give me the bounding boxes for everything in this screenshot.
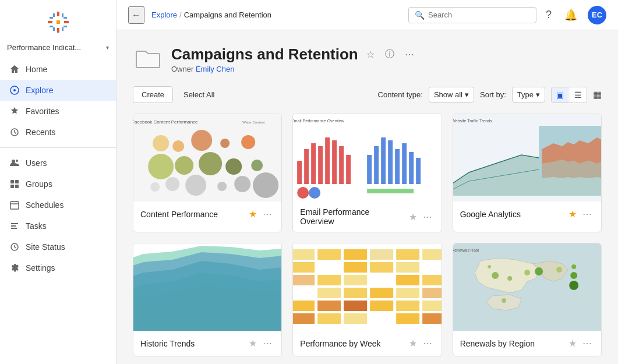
svg-rect-53 xyxy=(367,155,372,184)
info-button[interactable]: ⓘ xyxy=(383,46,397,63)
toolbar-right: Content type: Show all ▾ Sort by: Type ▾… xyxy=(378,87,602,103)
svg-rect-83 xyxy=(344,262,367,273)
folder-icon xyxy=(133,44,163,75)
sidebar-item-schedules[interactable]: Schedules xyxy=(0,195,116,215)
svg-point-117 xyxy=(502,298,506,303)
svg-rect-50 xyxy=(332,140,337,184)
avatar[interactable]: EC xyxy=(588,6,606,24)
card-email-performance[interactable]: Email Performance Overview xyxy=(292,114,442,232)
svg-point-113 xyxy=(492,272,499,279)
more-button-content-performance[interactable]: ⋯ xyxy=(260,207,274,221)
help-button[interactable]: ? xyxy=(543,6,554,23)
svg-rect-10 xyxy=(63,17,67,19)
svg-point-36 xyxy=(251,160,263,171)
more-button-email-performance[interactable]: ⋯ xyxy=(421,210,435,224)
grid-view-button[interactable]: ▣ xyxy=(552,87,568,103)
card-footer-renewals-region: Renewals by Region ★ ⋯ xyxy=(453,331,601,356)
svg-point-42 xyxy=(253,172,278,198)
svg-rect-89 xyxy=(344,275,367,285)
sidebar-item-settings[interactable]: Settings xyxy=(0,257,116,278)
sidebar-item-explore[interactable]: Explore xyxy=(0,80,116,101)
workspace-selector[interactable]: Performance Indicat... ▾ xyxy=(0,41,116,59)
svg-point-34 xyxy=(199,152,222,175)
svg-rect-0 xyxy=(57,12,59,16)
svg-rect-97 xyxy=(396,288,419,298)
svg-rect-100 xyxy=(317,301,341,311)
users-label: Users xyxy=(26,158,47,168)
collapse-sidebar-button[interactable]: ← xyxy=(128,6,144,24)
card-title-google-analytics: Google Analytics xyxy=(460,210,565,219)
svg-point-38 xyxy=(165,177,179,191)
svg-point-27 xyxy=(153,135,169,151)
page-title: Campaigns and Retention ☆ ⓘ ⋯ xyxy=(171,45,602,63)
sidebar-item-home[interactable]: Home xyxy=(0,59,116,80)
star-button-historic-trends[interactable]: ★ xyxy=(249,338,257,349)
card-renewals-region[interactable]: Renewals Rate xyxy=(453,243,602,356)
favorite-title-button[interactable]: ☆ xyxy=(364,47,377,62)
settings-icon xyxy=(9,263,20,273)
breadcrumb-explore-link[interactable]: Explore xyxy=(151,10,177,19)
more-button-performance-week[interactable]: ⋯ xyxy=(421,337,435,350)
card-thumbnail-performance-week xyxy=(293,243,441,331)
svg-rect-57 xyxy=(395,149,400,184)
sidebar-item-favorites[interactable]: Favorites xyxy=(0,101,116,122)
svg-rect-59 xyxy=(409,152,414,184)
breadcrumb: Explore / Campaigns and Retention xyxy=(151,10,401,19)
content-type-select[interactable]: Show all ▾ xyxy=(429,87,474,103)
star-button-content-performance[interactable]: ★ xyxy=(249,208,257,220)
svg-rect-104 xyxy=(422,301,441,311)
select-all-button[interactable]: Select All xyxy=(179,87,219,103)
svg-rect-7 xyxy=(63,26,67,27)
svg-point-122 xyxy=(569,281,578,290)
toolbar: Create Select All Content type: Show all… xyxy=(133,86,602,103)
svg-rect-111 xyxy=(453,243,601,331)
svg-rect-3 xyxy=(64,21,69,23)
svg-point-29 xyxy=(191,130,212,151)
sidebar-item-site-status[interactable]: Site Status xyxy=(0,236,116,257)
star-button-performance-week[interactable]: ★ xyxy=(409,338,417,349)
list-view-button[interactable]: ☰ xyxy=(570,87,587,103)
card-google-analytics[interactable]: Website Traffic Trends Google Analytics … xyxy=(453,114,602,232)
svg-point-32 xyxy=(148,154,174,179)
card-performance-week[interactable]: Performance by Week ★ ⋯ xyxy=(292,243,442,356)
site-status-icon xyxy=(9,242,20,252)
svg-rect-60 xyxy=(416,158,421,184)
svg-rect-77 xyxy=(344,249,367,260)
sidebar-item-groups[interactable]: Groups xyxy=(0,174,116,195)
more-actions-button[interactable]: ⋯ xyxy=(402,47,416,62)
svg-rect-102 xyxy=(370,301,393,311)
svg-marker-73 xyxy=(133,246,281,331)
logo xyxy=(0,0,116,41)
search-bar[interactable]: 🔍 xyxy=(408,7,536,23)
page-owner: Owner Emily Chen xyxy=(171,65,602,73)
sidebar-item-recents[interactable]: Recents xyxy=(0,122,116,143)
users-icon xyxy=(9,158,20,168)
more-button-renewals-region[interactable]: ⋯ xyxy=(580,337,594,350)
sidebar-item-users[interactable]: Users xyxy=(0,153,116,174)
create-button[interactable]: Create xyxy=(133,86,173,103)
search-icon: 🔍 xyxy=(415,10,425,20)
notifications-button[interactable]: 🔔 xyxy=(562,6,580,24)
owner-link[interactable]: Emily Chen xyxy=(196,65,234,73)
more-button-historic-trends[interactable]: ⋯ xyxy=(260,337,274,350)
svg-rect-103 xyxy=(396,301,419,311)
svg-rect-46 xyxy=(304,149,309,184)
content-type-chevron-icon: ▾ xyxy=(465,90,469,99)
sort-select[interactable]: Type ▾ xyxy=(512,87,545,103)
svg-rect-56 xyxy=(388,140,393,184)
sidebar-item-tasks[interactable]: Tasks xyxy=(0,215,116,236)
svg-rect-8 xyxy=(62,13,63,17)
sort-value: Type xyxy=(517,90,534,99)
svg-rect-90 xyxy=(370,275,393,285)
svg-rect-79 xyxy=(396,249,419,260)
search-input[interactable] xyxy=(428,10,530,19)
star-button-email-performance[interactable]: ★ xyxy=(409,211,417,222)
svg-rect-96 xyxy=(370,288,393,298)
star-button-renewals-region[interactable]: ★ xyxy=(568,338,577,349)
filter-button[interactable]: ▦ xyxy=(593,89,602,100)
more-button-google-analytics[interactable]: ⋯ xyxy=(580,207,594,221)
card-historic-trends[interactable]: Historic Trends ★ ⋯ xyxy=(133,243,282,356)
star-button-google-analytics[interactable]: ★ xyxy=(568,208,577,220)
card-content-performance[interactable]: Facebook Content Performance Water Conte… xyxy=(133,114,282,232)
svg-rect-51 xyxy=(339,146,344,184)
